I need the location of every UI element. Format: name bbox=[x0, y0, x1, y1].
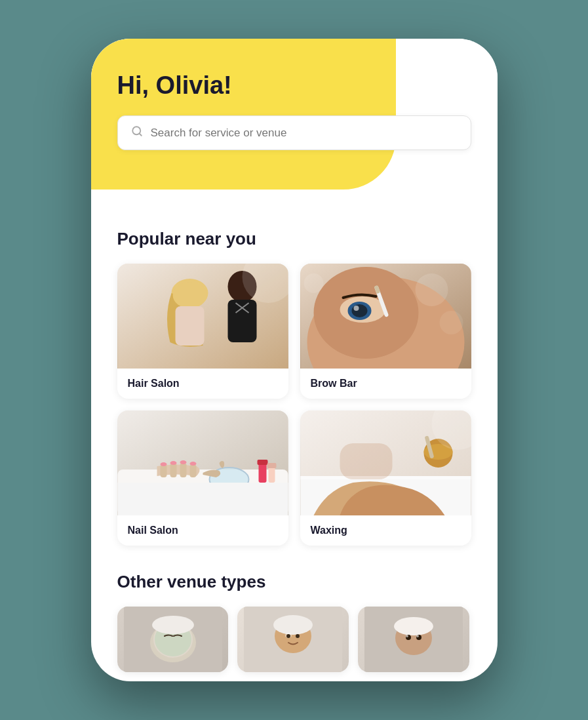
other-card-wellness[interactable] bbox=[237, 607, 349, 672]
other-types-grid bbox=[117, 607, 471, 672]
svg-point-16 bbox=[351, 304, 367, 317]
svg-rect-39 bbox=[117, 483, 288, 515]
header-section: Hi, Olivia! bbox=[91, 39, 498, 209]
brow-bar-image bbox=[300, 264, 471, 369]
venue-card-nail-salon[interactable]: Nail Salon bbox=[117, 410, 288, 546]
venue-card-hair-salon[interactable]: Hair Salon bbox=[117, 264, 288, 399]
other-card-spa[interactable] bbox=[117, 607, 229, 672]
svg-point-57 bbox=[286, 634, 290, 638]
search-input[interactable] bbox=[151, 127, 458, 140]
svg-point-64 bbox=[406, 635, 408, 637]
svg-line-1 bbox=[139, 133, 141, 135]
svg-point-55 bbox=[273, 615, 313, 635]
svg-point-22 bbox=[304, 273, 323, 293]
main-content: Popular near you bbox=[91, 209, 498, 681]
phone-frame: Hi, Olivia! Popular near you bbox=[91, 39, 498, 681]
nail-salon-label: Nail Salon bbox=[117, 515, 288, 546]
other-types-section-title: Other venue types bbox=[117, 572, 471, 592]
svg-rect-27 bbox=[258, 463, 266, 483]
svg-point-35 bbox=[160, 462, 167, 466]
waxing-image bbox=[300, 410, 471, 515]
svg-point-61 bbox=[394, 617, 433, 635]
spa-image bbox=[117, 607, 229, 672]
venue-card-waxing[interactable]: Waxing bbox=[300, 410, 471, 546]
svg-point-38 bbox=[189, 462, 196, 466]
svg-point-36 bbox=[170, 461, 176, 465]
search-icon bbox=[131, 125, 143, 140]
svg-point-6 bbox=[172, 282, 206, 308]
popular-grid: Hair Salon bbox=[117, 264, 471, 546]
svg-point-21 bbox=[439, 311, 463, 334]
search-bar[interactable] bbox=[117, 115, 471, 150]
svg-rect-34 bbox=[189, 464, 196, 477]
phone-inner: Hi, Olivia! Popular near you bbox=[91, 39, 498, 681]
hair-salon-label: Hair Salon bbox=[117, 369, 288, 399]
svg-point-20 bbox=[415, 273, 448, 306]
svg-point-58 bbox=[296, 634, 300, 638]
brow-bar-label: Brow Bar bbox=[300, 369, 471, 399]
nail-salon-image bbox=[117, 410, 288, 515]
hair-salon-image bbox=[117, 264, 288, 369]
svg-rect-4 bbox=[227, 300, 256, 342]
wellness-image bbox=[237, 607, 349, 672]
waxing-label: Waxing bbox=[300, 515, 471, 546]
header-content: Hi, Olivia! bbox=[91, 39, 498, 170]
svg-rect-28 bbox=[257, 460, 267, 465]
svg-rect-29 bbox=[268, 466, 275, 483]
svg-rect-7 bbox=[175, 306, 204, 346]
popular-section-title: Popular near you bbox=[117, 229, 471, 249]
svg-rect-33 bbox=[180, 463, 186, 477]
svg-point-37 bbox=[180, 460, 186, 464]
beauty-image bbox=[358, 607, 469, 672]
svg-point-65 bbox=[416, 635, 419, 637]
venue-card-brow-bar[interactable]: Brow Bar bbox=[300, 264, 471, 399]
svg-rect-30 bbox=[267, 463, 276, 468]
other-card-beauty[interactable] bbox=[358, 607, 469, 672]
greeting-text: Hi, Olivia! bbox=[117, 71, 471, 100]
svg-point-17 bbox=[353, 306, 359, 311]
svg-point-52 bbox=[151, 616, 193, 634]
svg-rect-32 bbox=[170, 463, 176, 477]
svg-rect-46 bbox=[340, 443, 392, 479]
